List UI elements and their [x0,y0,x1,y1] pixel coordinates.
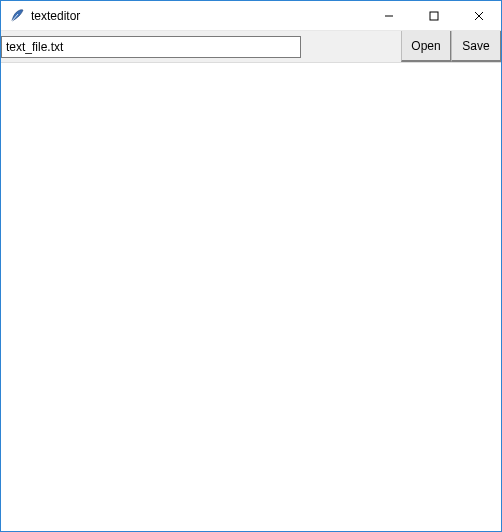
app-window: texteditor Open Save [0,0,502,532]
filename-input[interactable] [1,36,301,58]
editor-area [1,63,501,531]
titlebar: texteditor [1,1,501,31]
text-editor[interactable] [1,63,501,531]
save-button[interactable]: Save [451,31,501,62]
toolbar: Open Save [1,31,501,63]
window-title: texteditor [31,9,80,23]
feather-icon [9,8,25,24]
close-button[interactable] [456,1,501,31]
maximize-button[interactable] [411,1,456,31]
svg-rect-1 [430,12,438,20]
minimize-button[interactable] [366,1,411,31]
open-button[interactable]: Open [401,31,451,62]
